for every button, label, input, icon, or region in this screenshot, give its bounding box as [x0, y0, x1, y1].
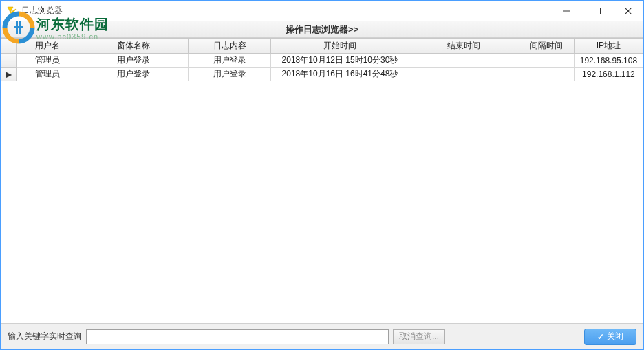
cell-end: [409, 68, 519, 81]
check-icon: [597, 332, 604, 342]
cell-form: 用户登录: [78, 68, 189, 81]
log-table-area[interactable]: 用户名 窗体名称 日志内容 开始时间 结束时间 间隔时间 IP地址 管理员用户登…: [1, 38, 643, 323]
search-input[interactable]: [86, 329, 389, 344]
app-icon: [6, 6, 17, 17]
header-form[interactable]: 窗体名称: [78, 39, 189, 54]
cancel-search-button[interactable]: 取消查询...: [393, 329, 445, 344]
cell-ip: 192.168.1.112: [574, 68, 643, 81]
table-header-row: 用户名 窗体名称 日志内容 开始时间 结束时间 间隔时间 IP地址: [1, 39, 643, 54]
cell-log: 用户登录: [189, 54, 271, 68]
row-selector[interactable]: ▶: [1, 68, 17, 81]
toolbar-title: 操作日志浏览器>>: [286, 23, 358, 36]
close-button[interactable]: 关闭: [584, 329, 636, 345]
search-label: 输入关键字实时查询: [8, 331, 82, 342]
titlebar: 日志浏览器: [1, 1, 643, 21]
header-start[interactable]: 开始时间: [271, 39, 409, 54]
window-title: 日志浏览器: [21, 5, 63, 17]
header-user[interactable]: 用户名: [17, 39, 78, 54]
header-log[interactable]: 日志内容: [189, 39, 271, 54]
window-controls: [550, 1, 643, 21]
close-window-button[interactable]: [612, 1, 643, 21]
cell-form: 用户登录: [78, 54, 189, 68]
svg-rect-1: [594, 8, 600, 14]
table-row[interactable]: 管理员用户登录用户登录2018年10月12日 15时10分30秒192.168.…: [1, 54, 643, 68]
toolbar: 操作日志浏览器>>: [1, 21, 643, 38]
table-row[interactable]: ▶管理员用户登录用户登录2018年10月16日 16时41分48秒192.168…: [1, 68, 643, 81]
cell-start: 2018年10月12日 15时10分30秒: [271, 54, 409, 68]
cell-log: 用户登录: [189, 68, 271, 81]
cell-start: 2018年10月16日 16时41分48秒: [271, 68, 409, 81]
minimize-button[interactable]: [550, 1, 581, 21]
close-button-label: 关闭: [607, 331, 623, 342]
cell-user: 管理员: [17, 68, 78, 81]
row-selector[interactable]: [1, 54, 17, 68]
header-selector[interactable]: [1, 39, 17, 54]
cell-ip: 192.168.95.108: [574, 54, 643, 68]
log-table: 用户名 窗体名称 日志内容 开始时间 结束时间 间隔时间 IP地址 管理员用户登…: [1, 38, 643, 81]
header-ip[interactable]: IP地址: [574, 39, 643, 54]
cell-end: [409, 54, 519, 68]
header-end[interactable]: 结束时间: [409, 39, 519, 54]
cell-interval: [519, 68, 574, 81]
cell-interval: [519, 54, 574, 68]
header-interval[interactable]: 间隔时间: [519, 39, 574, 54]
cell-user: 管理员: [17, 54, 78, 68]
maximize-button[interactable]: [581, 1, 612, 21]
footer: 输入关键字实时查询 取消查询... 关闭: [1, 323, 643, 349]
